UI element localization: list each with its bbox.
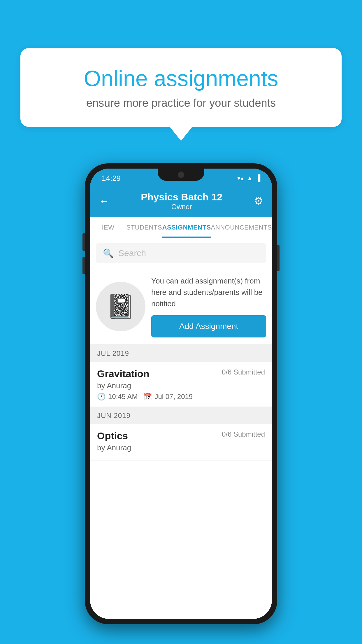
tab-overview[interactable]: IEW	[90, 217, 126, 238]
assignment-item-header-optics: Optics 0/6 Submitted	[97, 430, 265, 442]
volume-down-button	[82, 257, 85, 274]
assignment-name-optics: Optics	[97, 430, 128, 442]
wifi-icon: ▾▴	[237, 174, 244, 182]
power-button	[277, 245, 280, 271]
tab-announcements[interactable]: ANNOUNCEMENTS	[211, 217, 272, 238]
assignment-icon-circle: 📓	[96, 282, 145, 331]
assignment-submitted-optics: 0/6 Submitted	[222, 430, 265, 438]
add-assignment-button[interactable]: Add Assignment	[151, 315, 266, 337]
tab-assignments[interactable]: ASSIGNMENTS	[162, 217, 211, 238]
clock-icon: 🕐	[97, 393, 106, 401]
bubble-subtitle: ensure more practice for your students	[44, 97, 318, 109]
assignment-author-optics: by Anurag	[97, 443, 265, 452]
assignment-author: by Anurag	[97, 381, 265, 390]
front-camera	[178, 172, 184, 178]
assignment-name: Gravitation	[97, 368, 149, 379]
assignment-time: 10:45 AM	[108, 393, 138, 401]
assignment-description: You can add assignment(s) from here and …	[151, 275, 266, 309]
phone-screen: 14:29 ▾▴ ▲ ▐ ← Physics Batch 12 Owner ⚙	[90, 169, 272, 619]
volume-up-button	[82, 233, 85, 251]
app-header: ← Physics Batch 12 Owner ⚙	[90, 185, 272, 217]
assignment-item-optics[interactable]: Optics 0/6 Submitted by Anurag	[90, 424, 272, 461]
header-role: Owner	[141, 203, 222, 211]
search-placeholder: Search	[118, 248, 146, 258]
status-icons: ▾▴ ▲ ▐	[237, 174, 260, 182]
assignment-info: You can add assignment(s) from here and …	[151, 275, 266, 337]
assignment-date: Jul 07, 2019	[154, 393, 193, 401]
signal-icon: ▲	[247, 174, 253, 182]
search-bar[interactable]: 🔍 Search	[96, 243, 266, 263]
section-header-jul: JUL 2019	[90, 345, 272, 362]
search-container: 🔍 Search	[90, 238, 272, 268]
assignment-submitted: 0/6 Submitted	[222, 368, 265, 376]
time-meta: 🕐 10:45 AM	[97, 393, 138, 401]
notebook-icon: 📓	[106, 293, 135, 320]
battery-icon: ▐	[256, 174, 260, 182]
batch-title: Physics Batch 12	[141, 191, 222, 203]
assignment-item-header: Gravitation 0/6 Submitted	[97, 368, 265, 379]
assignment-item-gravitation[interactable]: Gravitation 0/6 Submitted by Anurag 🕐 10…	[90, 362, 272, 407]
status-time: 14:29	[102, 174, 121, 183]
phone-mockup: 14:29 ▾▴ ▲ ▐ ← Physics Batch 12 Owner ⚙	[85, 163, 277, 624]
bubble-title: Online assignments	[44, 66, 318, 91]
date-meta: 📅 Jul 07, 2019	[143, 393, 193, 401]
add-assignment-section: 📓 You can add assignment(s) from here an…	[90, 268, 272, 345]
calendar-icon: 📅	[143, 393, 152, 401]
assignment-meta: 🕐 10:45 AM 📅 Jul 07, 2019	[97, 393, 265, 401]
tabs-container: IEW STUDENTS ASSIGNMENTS ANNOUNCEMENTS	[90, 217, 272, 238]
phone-outer: 14:29 ▾▴ ▲ ▐ ← Physics Batch 12 Owner ⚙	[85, 163, 277, 624]
speech-bubble: Online assignments ensure more practice …	[20, 48, 342, 127]
speech-bubble-container: Online assignments ensure more practice …	[20, 48, 342, 127]
search-icon: 🔍	[103, 248, 114, 258]
settings-icon[interactable]: ⚙	[254, 195, 263, 207]
section-header-jun: JUN 2019	[90, 407, 272, 424]
header-center: Physics Batch 12 Owner	[141, 191, 222, 211]
tab-students[interactable]: STUDENTS	[126, 217, 162, 238]
back-button[interactable]: ←	[99, 195, 109, 207]
phone-notch	[158, 169, 204, 181]
